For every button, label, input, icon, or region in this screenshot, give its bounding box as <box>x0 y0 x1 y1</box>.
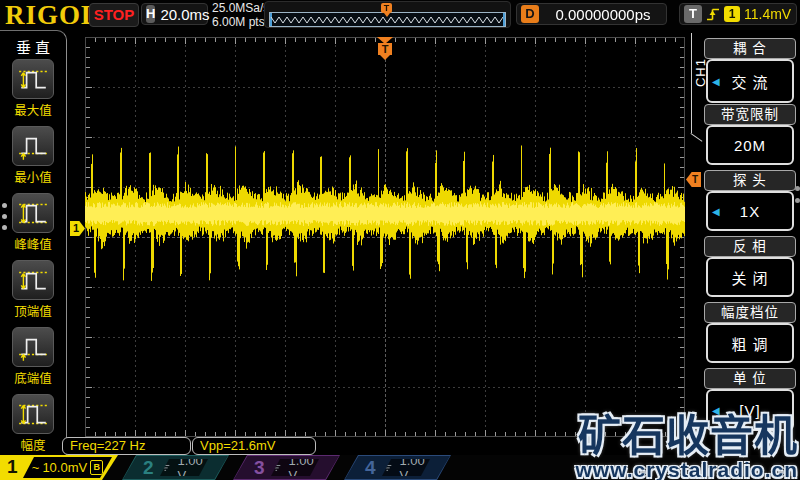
channel-3-scale-box: 1.00 V <box>271 459 319 476</box>
rigol-logo: RIGOL <box>5 0 100 31</box>
ground-coupling-icon <box>160 462 171 473</box>
channel-2-scale-box: 1.00 V <box>160 459 208 476</box>
delay-key-icon: D <box>521 5 539 23</box>
channel1-offset-marker[interactable]: 1 <box>70 221 85 236</box>
channel-number: 1 <box>7 456 18 478</box>
channel-4-tab[interactable]: 4 1.00 V <box>344 455 451 480</box>
vamp-icon <box>17 398 49 430</box>
bw-limit-badge: B <box>90 460 103 475</box>
channel-number: 4 <box>365 457 376 479</box>
vpp-icon <box>17 197 49 229</box>
waveform-preview-bar[interactable]: T <box>264 1 511 28</box>
acquisition-info: 25.0MSa/s 6.00M pts <box>212 1 269 29</box>
channel-scale: 1.00 V <box>400 453 430 480</box>
menu-item-label: 耦 合 <box>704 38 796 59</box>
channel-1-scale-box: ~ 10.0mV B <box>23 457 112 478</box>
channel-number: 2 <box>143 457 154 479</box>
ground-coupling-icon <box>271 462 282 473</box>
horizontal-timebase-box[interactable]: H 20.0ms <box>141 3 208 25</box>
menu-item-vpp[interactable]: 峰峰值 <box>0 193 66 253</box>
menu-item-label: 带宽限制 <box>704 104 796 125</box>
menu-item-vtop[interactable]: 顶端值 <box>0 260 66 320</box>
coupling-symbol: ~ <box>32 460 40 475</box>
waveform-display <box>85 37 685 437</box>
measurement-vpp: Vpp=21.6mV <box>192 437 316 455</box>
menu-item-label: 幅度档位 <box>704 302 796 323</box>
channel-2-tab[interactable]: 2 1.00 V <box>122 455 229 480</box>
menu-page-indicator <box>795 186 800 210</box>
oscilloscope-screen: RIGOL STOP H 20.0ms 25.0MSa/s 6.00M pts … <box>0 0 800 480</box>
channel-1-tab[interactable]: 1 ~ 10.0mV B <box>0 455 118 480</box>
channel-scale: 10.0mV <box>42 460 87 475</box>
menu-item-vamp[interactable]: 幅度 <box>0 394 66 454</box>
channel-scale: 1.00 V <box>289 453 319 480</box>
scope-canvas <box>85 37 685 437</box>
trigger-box[interactable]: T 1 11.4mV <box>679 3 797 25</box>
channel-number: 3 <box>254 457 265 479</box>
menu-item-vmin[interactable]: 最小值 <box>0 126 66 186</box>
menu-page-indicator <box>2 203 7 236</box>
measure-menu: 垂 直 最大值 最小值 峰峰值 <box>0 30 67 455</box>
unit-value-button[interactable]: ◀ [V] <box>706 389 794 431</box>
delay-value: 0.00000000ps <box>544 6 662 23</box>
menu-item-label: 峰峰值 <box>0 234 66 253</box>
status-bar: RIGOL STOP H 20.0ms 25.0MSa/s 6.00M pts … <box>0 0 800 30</box>
channel-4-scale-box: 1.00 V <box>382 459 430 476</box>
measurement-freq: Freq=227 Hz <box>62 437 191 455</box>
menu-item-label: 探 头 <box>704 170 796 191</box>
menu-item-label: 最大值 <box>0 100 66 119</box>
channel-3-tab[interactable]: 3 1.00 V <box>233 455 340 480</box>
menu-item-label: 单 位 <box>704 368 796 389</box>
horizontal-key-icon: H <box>146 5 155 23</box>
trigger-source-badge: 1 <box>724 6 740 22</box>
channel-status-bar: 1 ~ 10.0mV B 2 1.00 V 3 <box>0 455 800 480</box>
menu-item-label: 幅度 <box>0 435 66 454</box>
vtop-icon <box>17 264 49 296</box>
selected-arrow-icon: ◀ <box>712 76 721 87</box>
menu-tab-outline <box>691 33 692 133</box>
menu-item-vmax[interactable]: 最大值 <box>0 59 66 119</box>
timebase-value: 20.0ms <box>160 6 209 23</box>
trigger-key-icon: T <box>684 5 702 23</box>
menu-item-label: 反 相 <box>704 236 796 257</box>
measure-menu-title: 垂 直 <box>0 36 66 57</box>
probe-value-button[interactable]: ◀ 1X <box>706 191 794 231</box>
rising-edge-icon <box>706 6 720 23</box>
coupling-value-button[interactable]: ◀ 交 流 <box>706 59 794 103</box>
run-state-badge[interactable]: STOP <box>89 3 139 27</box>
menu-item-label: 底端值 <box>0 368 66 387</box>
menu-item-label: 最小值 <box>0 167 66 186</box>
ground-coupling-icon <box>382 462 393 473</box>
menu-item-label: 顶端值 <box>0 301 66 320</box>
sample-rate: 25.0MSa/s <box>212 1 269 15</box>
invert-value-button[interactable]: ◀ 关 闭 <box>706 257 794 297</box>
delay-box[interactable]: D 0.00000000ps <box>516 3 667 25</box>
bandwidth-value-button[interactable]: ◀ 20M <box>706 125 794 165</box>
memory-depth: 6.00M pts <box>212 15 269 29</box>
vmax-icon <box>17 63 49 95</box>
selected-arrow-icon: ◀ <box>712 206 721 217</box>
vmin-icon <box>17 130 49 162</box>
vbase-icon <box>17 331 49 363</box>
menu-item-vbase[interactable]: 底端值 <box>0 327 66 387</box>
trigger-level-value: 11.4mV <box>744 6 791 22</box>
volts-adjust-value-button[interactable]: ◀ 粗 调 <box>706 323 794 363</box>
trigger-position-icon: T <box>381 3 392 13</box>
channel-menu: CH1 耦 合 ◀ 交 流 带宽限制 ◀ 20M 探 头 ◀ 1X 反 相 <box>688 30 800 455</box>
channel-scale: 1.00 V <box>178 453 208 480</box>
trigger-position-marker[interactable]: T <box>377 37 393 60</box>
selected-arrow-icon: ◀ <box>712 405 721 416</box>
